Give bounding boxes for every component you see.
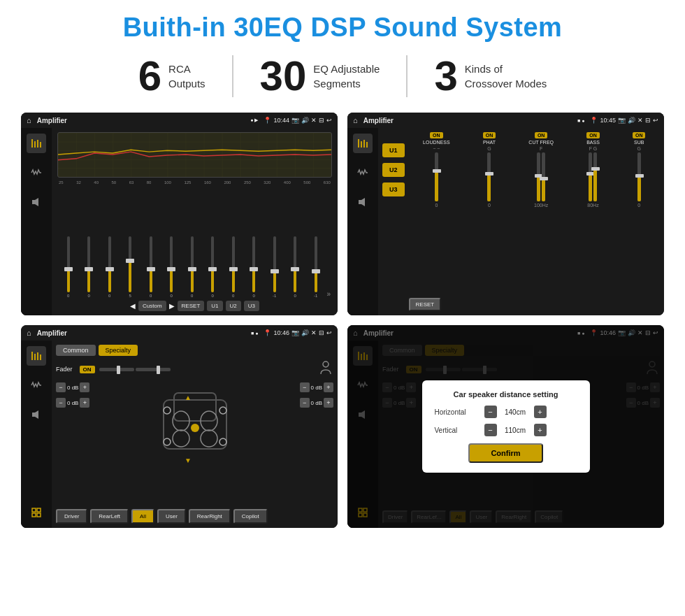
crossover-sidebar-wave-icon[interactable] [353, 163, 373, 182]
crossover-content: U1 U2 U3 ON LOUDNESS −~ [347, 128, 664, 315]
crossover-status-bar: ⌂ Amplifier ■ ● 📍 10:45 📷 🔊 ✕ ⊟ ↩ [347, 113, 664, 128]
eq-backward-btn[interactable]: ◀ [130, 302, 136, 310]
eq-slider-5[interactable]: 0 [141, 236, 161, 298]
window-icon[interactable]: ⊟ [319, 117, 324, 124]
fader-left-levels: − 0 dB + − 0 dB + [56, 382, 89, 408]
stat-rca-text: RCA Outputs [168, 62, 206, 91]
fader-app-title: Amplifier [37, 329, 248, 337]
fader-btn-all[interactable]: All [131, 509, 154, 524]
fader-on-badge[interactable]: ON [80, 366, 95, 373]
fader-h-track-1[interactable] [99, 368, 134, 371]
eq-app-title: Amplifier [37, 117, 248, 124]
fader-sidebar-expand-icon[interactable] [27, 503, 46, 522]
fader-btn-rearleft[interactable]: RearLeft [90, 509, 129, 524]
eq-slider-6[interactable]: 0 [162, 236, 182, 298]
fader-person-icon[interactable] [318, 360, 333, 378]
confirm-button[interactable]: Confirm [468, 443, 542, 463]
close-icon-2[interactable]: ✕ [637, 117, 643, 124]
back-icon-3[interactable]: ↩ [326, 329, 332, 336]
cutfreq-on[interactable]: ON [535, 132, 548, 138]
back-icon-2[interactable]: ↩ [653, 117, 658, 124]
eq-slider-11[interactable]: -1 [265, 236, 284, 298]
home-icon[interactable]: ⌂ [27, 116, 31, 124]
fader-main: Common Specialty Fader ON [52, 341, 338, 528]
eq-slider-7[interactable]: 0 [182, 236, 202, 298]
phat-on[interactable]: ON [483, 132, 496, 138]
fader-level-rr: − 0 dB + [300, 398, 333, 408]
eq-slider-12[interactable]: 0 [286, 236, 305, 298]
fader-sidebar-eq-icon[interactable] [27, 346, 46, 366]
fader-area: − 0 dB + − 0 dB + [56, 382, 333, 505]
bass-slider-g[interactable] [593, 152, 597, 201]
fader-fl-plus[interactable]: + [80, 382, 89, 392]
crossover-sidebar-eq-icon[interactable] [353, 134, 373, 153]
tab-common[interactable]: Common [56, 345, 96, 356]
svg-rect-9 [363, 140, 365, 148]
fader-btn-driver[interactable]: Driver [56, 509, 87, 524]
fader-btn-rearright[interactable]: RearRight [189, 509, 231, 524]
crossover-sidebar-speaker-icon[interactable] [353, 192, 373, 212]
fader-rr-minus[interactable]: − [300, 398, 310, 408]
crossover-reset-btn[interactable]: RESET [409, 298, 442, 311]
eq-custom-btn[interactable]: Custom [138, 301, 166, 311]
crossover-left-sidebar [347, 128, 378, 315]
window-icon-2[interactable]: ⊟ [645, 117, 651, 124]
fader-fl-minus[interactable]: − [56, 382, 66, 392]
ch-phat: ON PHAT G 0 [483, 132, 496, 295]
fader-btn-copilot[interactable]: Copilot [233, 509, 268, 524]
sub-on[interactable]: ON [633, 132, 646, 138]
fader-sidebar-wave-icon[interactable] [27, 375, 46, 395]
horizontal-minus-btn[interactable]: − [484, 406, 497, 418]
preset-u3[interactable]: U3 [382, 182, 405, 196]
tab-specialty[interactable]: Specialty [99, 345, 138, 356]
back-icon[interactable]: ↩ [326, 117, 332, 124]
preset-u2[interactable]: U2 [382, 163, 405, 177]
close-icon[interactable]: ✕ [311, 117, 317, 124]
bass-on[interactable]: ON [586, 132, 600, 138]
screenshots-grid: ⌂ Amplifier ● ▶ 📍 10:44 📷 🔊 ✕ ⊟ ↩ [21, 113, 664, 528]
fader-sidebar-speaker-icon[interactable] [27, 405, 46, 424]
eq-u3-btn[interactable]: U3 [244, 301, 259, 311]
eq-u1-btn[interactable]: U1 [207, 301, 222, 311]
home-icon-2[interactable]: ⌂ [353, 116, 358, 124]
loudness-slider[interactable] [435, 152, 438, 201]
eq-slider-9[interactable]: 0 [224, 236, 243, 298]
fader-rl-minus[interactable]: − [56, 398, 66, 408]
svg-point-29 [201, 430, 217, 447]
home-icon-3[interactable]: ⌂ [27, 329, 31, 337]
eq-u2-btn[interactable]: U2 [226, 301, 241, 311]
fader-h-track-2[interactable] [136, 368, 171, 371]
svg-marker-12 [361, 198, 365, 206]
eq-screen-content: 253240506380100125160200250320400500630 … [21, 128, 338, 315]
eq-slider-10[interactable]: 0 [245, 236, 264, 298]
fader-fr-plus[interactable]: + [324, 382, 333, 392]
eq-slider-8[interactable]: 0 [203, 236, 223, 298]
eq-slider-13[interactable]: -1 [306, 236, 326, 298]
eq-slider-1[interactable]: 0 [59, 236, 78, 298]
fader-fr-minus[interactable]: − [300, 382, 310, 392]
loudness-on[interactable]: ON [430, 132, 443, 138]
phat-slider[interactable] [487, 152, 491, 201]
close-icon-3[interactable]: ✕ [311, 329, 317, 336]
fader-rl-plus[interactable]: + [80, 398, 89, 408]
cutfreq-slider-g[interactable] [542, 152, 545, 201]
bass-slider-f[interactable] [589, 152, 592, 201]
eq-sidebar-wave-icon[interactable] [27, 163, 46, 182]
eq-reset-btn[interactable]: RESET [178, 301, 205, 311]
window-icon-3[interactable]: ⊟ [319, 329, 324, 336]
fader-btn-user[interactable]: User [157, 509, 186, 524]
fader-right-levels: − 0 dB + − 0 dB + [300, 382, 333, 408]
sub-slider[interactable] [637, 152, 641, 201]
eq-forward-btn[interactable]: ▶ [169, 302, 175, 310]
horizontal-plus-btn[interactable]: + [534, 406, 547, 418]
fader-rr-plus[interactable]: + [324, 398, 333, 408]
eq-slider-3[interactable]: 0 [100, 236, 120, 298]
eq-slider-4[interactable]: 5 [121, 236, 140, 298]
preset-u1[interactable]: U1 [382, 143, 405, 157]
vertical-plus-btn[interactable]: + [534, 424, 547, 436]
eq-sidebar-eq-icon[interactable] [27, 134, 46, 153]
vertical-minus-btn[interactable]: − [484, 424, 497, 436]
eq-slider-2[interactable]: 0 [80, 236, 99, 298]
eq-status-icons: 📍 10:44 📷 🔊 ✕ ⊟ ↩ [264, 117, 332, 124]
eq-sidebar-speaker-icon[interactable] [27, 192, 46, 212]
